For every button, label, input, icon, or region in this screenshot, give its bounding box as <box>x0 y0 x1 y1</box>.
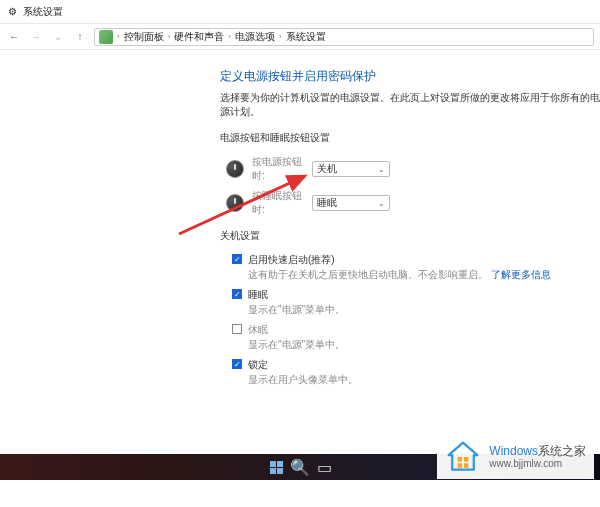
power-icon <box>226 160 244 178</box>
svg-rect-1 <box>458 457 463 462</box>
app-icon: ⚙ <box>8 6 17 17</box>
crumb-control-panel[interactable]: 控制面板 <box>124 30 164 44</box>
opt-fast-startup-title: 启用快速启动(推荐) <box>248 253 335 267</box>
watermark-domain: www.bjjmlw.com <box>489 458 586 470</box>
page-description: 选择要为你的计算机设置的电源设置。在此页上对设置所做的更改将应用于你所有的电源计… <box>220 91 600 119</box>
opt-hibernate-desc: 显示在"电源"菜单中。 <box>248 338 600 352</box>
opt-sleep: ✓ 睡眠 显示在"电源"菜单中。 <box>232 288 600 317</box>
power-icon <box>226 194 244 212</box>
opt-fast-startup: ✓ 启用快速启动(推荐) 这有助于在关机之后更快地启动电脑。不会影响重启。 了解… <box>232 253 600 282</box>
chevron-down-icon: ⌄ <box>378 165 385 174</box>
crumb-system-settings[interactable]: 系统设置 <box>286 30 326 44</box>
nav-up-button[interactable]: ↑ <box>72 29 88 45</box>
power-button-select[interactable]: 关机 ⌄ <box>312 161 390 177</box>
opt-sleep-title: 睡眠 <box>248 288 268 302</box>
main-content: 定义电源按钮并启用密码保护 选择要为你的计算机设置的电源设置。在此页上对设置所做… <box>0 50 600 387</box>
checkbox-lock[interactable]: ✓ <box>232 359 242 369</box>
learn-more-link[interactable]: 了解更多信息 <box>491 269 551 280</box>
chevron-down-icon: ⌄ <box>378 199 385 208</box>
sleep-button-row: 按睡眠按钮时: 睡眠 ⌄ <box>226 189 600 217</box>
chevron-right-icon: › <box>117 32 120 41</box>
taskview-icon[interactable]: ▭ <box>316 459 332 475</box>
window-title: 系统设置 <box>23 5 63 19</box>
checkbox-fast-startup[interactable]: ✓ <box>232 254 242 264</box>
opt-sleep-desc: 显示在"电源"菜单中。 <box>248 303 600 317</box>
chevron-right-icon: › <box>279 32 282 41</box>
watermark: Windows系统之家 www.bjjmlw.com <box>437 435 594 479</box>
nav-toolbar: ← → ⌄ ↑ › 控制面板 › 硬件和声音 › 电源选项 › 系统设置 <box>0 24 600 50</box>
start-button[interactable] <box>268 459 284 475</box>
search-icon[interactable]: 🔍 <box>292 459 308 475</box>
checkbox-sleep[interactable]: ✓ <box>232 289 242 299</box>
opt-lock-desc: 显示在用户头像菜单中。 <box>248 373 600 387</box>
power-button-row: 按电源按钮时: 关机 ⌄ <box>226 155 600 183</box>
page-title: 定义电源按钮并启用密码保护 <box>220 68 600 85</box>
opt-lock: ✓ 锁定 显示在用户头像菜单中。 <box>232 358 600 387</box>
sleep-button-label: 按睡眠按钮时: <box>252 189 312 217</box>
house-icon <box>445 439 481 475</box>
breadcrumb[interactable]: › 控制面板 › 硬件和声音 › 电源选项 › 系统设置 <box>94 28 594 46</box>
chevron-right-icon: › <box>168 32 171 41</box>
nav-forward-button[interactable]: → <box>28 29 44 45</box>
chevron-right-icon: › <box>228 32 231 41</box>
svg-rect-4 <box>464 463 469 468</box>
opt-lock-title: 锁定 <box>248 358 268 372</box>
checkbox-hibernate[interactable] <box>232 324 242 334</box>
crumb-power-options[interactable]: 电源选项 <box>235 30 275 44</box>
nav-back-button[interactable]: ← <box>6 29 22 45</box>
crumb-hardware-sound[interactable]: 硬件和声音 <box>174 30 224 44</box>
control-panel-icon <box>99 30 113 44</box>
power-button-section-label: 电源按钮和睡眠按钮设置 <box>220 131 600 145</box>
shutdown-section-label: 关机设置 <box>220 229 600 243</box>
nav-recent-chevron[interactable]: ⌄ <box>50 29 66 45</box>
opt-hibernate-title: 休眠 <box>248 323 268 337</box>
power-button-label: 按电源按钮时: <box>252 155 312 183</box>
watermark-brand-suffix: 系统之家 <box>538 444 586 458</box>
opt-fast-startup-desc: 这有助于在关机之后更快地启动电脑。不会影响重启。 <box>248 269 488 280</box>
power-button-value: 关机 <box>317 162 337 176</box>
sleep-button-select[interactable]: 睡眠 ⌄ <box>312 195 390 211</box>
window-titlebar: ⚙ 系统设置 <box>0 0 600 24</box>
svg-rect-2 <box>464 457 469 462</box>
opt-hibernate: 休眠 显示在"电源"菜单中。 <box>232 323 600 352</box>
sleep-button-value: 睡眠 <box>317 196 337 210</box>
svg-rect-3 <box>458 463 463 468</box>
watermark-brand-prefix: Windows <box>489 444 538 458</box>
